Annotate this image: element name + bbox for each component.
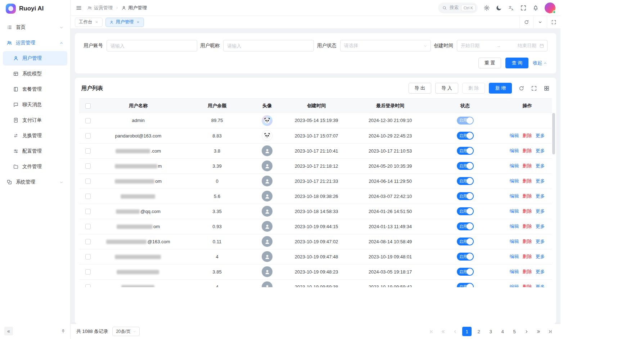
fullscreen-table-icon[interactable] — [531, 85, 537, 91]
sidebar-item-config-management[interactable]: 配置管理 — [3, 144, 67, 158]
sidebar-item-file-management[interactable]: 文件管理 — [3, 159, 67, 174]
sidebar-item-operations[interactable]: 运营管理 — [3, 36, 67, 50]
more-link[interactable]: 更多 — [536, 193, 545, 199]
sidebar-toggle-icon[interactable] — [76, 5, 82, 11]
delete-button[interactable]: 删 除 — [462, 83, 485, 94]
delete-link[interactable]: 删除 — [523, 284, 532, 287]
sidebar-item-exchange-management[interactable]: 兑换管理 — [3, 128, 67, 143]
fullscreen-icon[interactable] — [520, 5, 527, 11]
more-link[interactable]: 更多 — [536, 163, 545, 168]
delete-link[interactable]: 删除 — [523, 133, 532, 138]
select-all-checkbox[interactable] — [85, 103, 91, 109]
page-button-1[interactable]: 1 — [462, 327, 472, 336]
sidebar-item-home[interactable]: 首页 — [3, 20, 67, 35]
delete-link[interactable]: 删除 — [523, 223, 532, 229]
more-link[interactable]: 更多 — [536, 223, 545, 229]
column-header[interactable]: 最后登录时间 — [353, 99, 428, 113]
status-toggle[interactable]: 启用 — [457, 283, 474, 287]
more-link[interactable]: 更多 — [536, 148, 545, 153]
table-scrollbar[interactable] — [552, 113, 555, 286]
more-link[interactable]: 更多 — [536, 269, 545, 274]
page-button-3[interactable]: 3 — [486, 327, 495, 336]
sidebar-item-package-management[interactable]: 套餐管理 — [3, 82, 67, 96]
row-checkbox[interactable] — [85, 148, 91, 154]
sidebar-item-payment-orders[interactable]: 支付订单 — [3, 113, 67, 127]
column-header[interactable]: 状态 — [428, 99, 503, 113]
pin-icon[interactable] — [60, 329, 66, 334]
row-checkbox[interactable] — [85, 194, 91, 199]
edit-link[interactable]: 编辑 — [510, 148, 519, 153]
tab-options-button[interactable] — [533, 16, 547, 28]
query-button[interactable]: 查 询 — [505, 58, 528, 68]
sidebar-item-user-management[interactable]: 用户管理 — [3, 51, 67, 65]
status-select[interactable]: 请选择 — [340, 40, 431, 51]
status-toggle[interactable]: 启用 — [457, 147, 474, 155]
page-size-select[interactable]: 20条/页 — [112, 327, 140, 336]
last-page-button[interactable] — [545, 327, 555, 336]
edit-link[interactable]: 编辑 — [510, 163, 519, 168]
delete-link[interactable]: 删除 — [523, 208, 532, 214]
sidebar-item-system-model[interactable]: 系统模型 — [3, 67, 67, 81]
more-link[interactable]: 更多 — [536, 239, 545, 244]
delete-link[interactable]: 删除 — [523, 163, 532, 168]
first-page-button[interactable] — [427, 327, 436, 336]
delete-link[interactable]: 删除 — [523, 148, 532, 153]
notifications-icon[interactable] — [532, 5, 539, 11]
status-toggle[interactable]: 启用 — [457, 222, 474, 230]
created-daterange[interactable]: 开始日期 → 结束日期 — [457, 40, 548, 51]
jump-next-button[interactable] — [533, 327, 543, 336]
delete-link[interactable]: 删除 — [523, 193, 532, 199]
column-header[interactable]: 用户名称 — [96, 99, 180, 113]
edit-link[interactable]: 编辑 — [510, 208, 519, 214]
row-checkbox[interactable] — [85, 254, 91, 259]
edit-link[interactable]: 编辑 — [510, 269, 519, 274]
row-checkbox[interactable] — [85, 209, 91, 214]
page-button-2[interactable]: 2 — [474, 327, 483, 336]
status-toggle[interactable]: 启用 — [457, 253, 474, 261]
nickname-input[interactable] — [223, 40, 314, 51]
edit-link[interactable]: 编辑 — [510, 193, 519, 199]
import-button[interactable]: 导 入 — [435, 83, 458, 94]
status-toggle[interactable]: 启用 — [457, 117, 474, 125]
page-button-5[interactable]: 5 — [510, 327, 519, 336]
next-page-button[interactable] — [522, 327, 531, 336]
sidebar-item-system-management[interactable]: 系统管理 — [3, 175, 67, 189]
column-header[interactable]: 操作 — [503, 99, 552, 113]
row-checkbox[interactable] — [85, 163, 91, 169]
sidebar-item-chat-messages[interactable]: 聊天消息 — [3, 98, 67, 112]
jump-prev-button[interactable] — [438, 327, 448, 336]
row-checkbox[interactable] — [85, 133, 91, 139]
more-link[interactable]: 更多 — [536, 133, 545, 138]
row-checkbox[interactable] — [85, 224, 91, 229]
language-icon[interactable]: 文A — [508, 5, 514, 11]
global-search[interactable]: 搜索 Ctrl K — [438, 3, 478, 13]
status-toggle[interactable]: 启用 — [457, 238, 474, 245]
refresh-page-button[interactable] — [519, 16, 533, 28]
user-avatar[interactable] — [545, 3, 555, 13]
edit-link[interactable]: 编辑 — [510, 223, 519, 229]
reset-button[interactable]: 重 置 — [478, 58, 501, 68]
column-settings-icon[interactable] — [544, 85, 550, 91]
edit-link[interactable]: 编辑 — [510, 284, 519, 287]
status-toggle[interactable]: 启用 — [457, 162, 474, 170]
column-header[interactable]: 用户余额 — [180, 99, 254, 113]
more-link[interactable]: 更多 — [536, 178, 545, 184]
edit-link[interactable]: 编辑 — [510, 239, 519, 244]
close-tab-icon[interactable] — [136, 20, 140, 24]
status-toggle[interactable]: 启用 — [457, 192, 474, 200]
export-button[interactable]: 导 出 — [409, 83, 432, 94]
tab-user-management[interactable]: 用户管理 — [105, 18, 144, 27]
status-toggle[interactable]: 启用 — [457, 207, 474, 215]
add-button[interactable]: 新 增 — [489, 83, 512, 94]
breadcrumb-item[interactable]: 用户管理 — [121, 5, 147, 11]
row-checkbox[interactable] — [85, 284, 91, 287]
row-checkbox[interactable] — [85, 118, 91, 123]
edit-link[interactable]: 编辑 — [510, 178, 519, 184]
account-input[interactable] — [107, 40, 197, 51]
row-checkbox[interactable] — [85, 178, 91, 184]
edit-link[interactable]: 编辑 — [510, 254, 519, 259]
edit-link[interactable]: 编辑 — [510, 133, 519, 138]
page-button-4[interactable]: 4 — [498, 327, 507, 336]
more-link[interactable]: 更多 — [536, 254, 545, 259]
refresh-table-icon[interactable] — [518, 85, 524, 91]
